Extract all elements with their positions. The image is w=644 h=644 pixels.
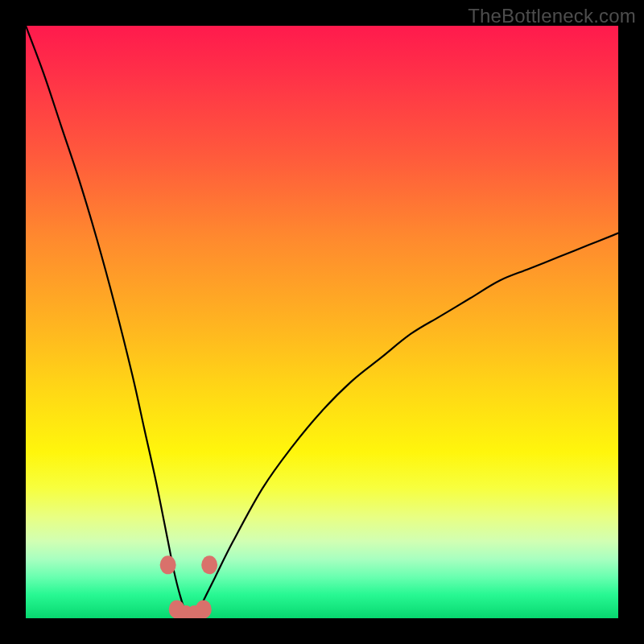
curve-min-markers — [160, 555, 218, 618]
plot-area — [26, 26, 618, 618]
chart-frame: TheBottleneck.com — [0, 0, 644, 644]
curve-min-marker — [196, 600, 212, 618]
watermark-text: TheBottleneck.com — [468, 5, 636, 27]
curve-min-marker — [201, 555, 217, 574]
curve-min-marker — [160, 555, 176, 574]
bottleneck-curve — [26, 26, 618, 618]
bottleneck-curve-svg — [26, 26, 618, 618]
